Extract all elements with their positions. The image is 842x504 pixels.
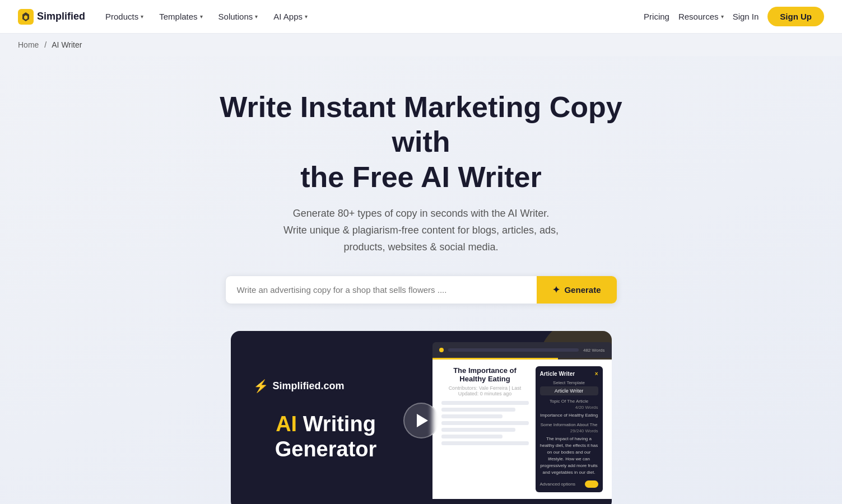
text-line-7 (441, 441, 529, 445)
video-left-panel: ⚡ Simplified.com AI WritingGenerator (231, 357, 421, 485)
products-chevron-icon: ▾ (141, 13, 143, 20)
video-section: ⚡ Simplified.com AI WritingGenerator (220, 331, 623, 504)
sidebar-topic-counter: 4/20 Words (540, 405, 598, 410)
nav-pricing[interactable]: Pricing (644, 12, 669, 21)
ui-mockup: 482 Words The Importance of Healthy Eati… (432, 342, 612, 504)
video-brand-text: Simplified.com (273, 380, 345, 392)
article-meta: Contributors: Vale Ferreira | Last Updat… (441, 385, 529, 396)
hero-section: Write Instant Marketing Copy with the Fr… (0, 56, 842, 504)
generate-button[interactable]: ✦ Generate (537, 276, 616, 304)
sidebar-info-text: The impact of having a healthy diet, the… (540, 436, 598, 476)
sidebar-info-label: Some Information About The (540, 422, 598, 427)
mockup-main-content: The Importance of Healthy Eating Contrib… (441, 366, 529, 492)
ai-apps-chevron-icon: ▾ (305, 13, 308, 20)
text-line-4 (441, 421, 529, 425)
breadcrumb-separator: / (44, 40, 46, 49)
video-headline: AI WritingGenerator (253, 412, 399, 463)
sidebar-close-icon: × (595, 371, 598, 377)
sidebar-topic-label: Topic Of The Article (540, 399, 598, 404)
nav-products[interactable]: Products ▾ (99, 7, 150, 26)
text-line-5 (441, 428, 516, 432)
simplified-logo-icon (18, 9, 34, 25)
sidebar-header: Article Writer × (540, 371, 598, 377)
video-ai-text: AI (276, 412, 297, 436)
sidebar-topic-text: Importance of Healthy Eating (540, 412, 598, 419)
magic-wand-icon: ✦ (552, 284, 560, 295)
mockup-toolbar: 482 Words (432, 342, 612, 358)
sidebar-info-section: Some Information About The 29/240 Words … (540, 422, 598, 476)
toolbar-url-bar (448, 348, 579, 352)
video-card: ⚡ Simplified.com AI WritingGenerator (231, 331, 612, 504)
mockup-sidebar: Article Writer × Select Template Article… (536, 366, 603, 492)
hero-subtitle: Generate 80+ types of copy in seconds wi… (253, 206, 589, 255)
video-logo-icon: ⚡ (253, 379, 268, 394)
text-line-6 (441, 435, 503, 438)
breadcrumb: Home / AI Writer (0, 34, 842, 56)
nav-resources[interactable]: Resources ▾ (678, 12, 724, 21)
nav-signin[interactable]: Sign In (733, 12, 759, 21)
play-triangle-icon (417, 414, 428, 427)
templates-chevron-icon: ▾ (200, 13, 203, 20)
nav-signup-button[interactable]: Sign Up (767, 7, 824, 26)
nav-solutions[interactable]: Solutions ▾ (212, 7, 265, 26)
resources-chevron-icon: ▾ (721, 13, 724, 20)
video-right-panel: 482 Words The Importance of Healthy Eati… (421, 337, 612, 504)
article-title: The Importance of Healthy Eating (441, 366, 529, 383)
solutions-chevron-icon: ▾ (255, 13, 258, 20)
navbar: Simplified Products ▾ Templates ▾ Soluti… (0, 0, 842, 34)
nav-templates[interactable]: Templates ▾ (152, 7, 209, 26)
advanced-options-toggle[interactable] (585, 480, 598, 488)
breadcrumb-home-link[interactable]: Home (18, 40, 39, 49)
sidebar-template-value: Article Writer (540, 386, 598, 395)
hero-title: Write Instant Marketing Copy with the Fr… (203, 90, 640, 194)
text-line-2 (441, 408, 516, 412)
logo-text: Simplified (37, 11, 85, 22)
sidebar-advanced-options: Advanced options (540, 480, 598, 488)
text-line-3 (441, 414, 503, 418)
toolbar-dot (439, 348, 444, 352)
word-count-display: 482 Words (583, 348, 605, 353)
sidebar-info-counter: 29/240 Words (540, 428, 598, 433)
text-line-1 (441, 401, 529, 405)
mockup-body: The Importance of Healthy Eating Contrib… (432, 360, 612, 499)
breadcrumb-current: AI Writer (52, 40, 82, 49)
nav-links: Products ▾ Templates ▾ Solutions ▾ AI Ap… (99, 7, 644, 26)
nav-right: Pricing Resources ▾ Sign In Sign Up (644, 7, 824, 26)
search-input[interactable] (226, 276, 537, 304)
advanced-options-label: Advanced options (540, 482, 576, 487)
nav-ai-apps[interactable]: AI Apps ▾ (267, 7, 314, 26)
video-brand: ⚡ Simplified.com (253, 379, 399, 394)
sidebar-template-label: Select Template (540, 380, 598, 385)
search-bar: ✦ Generate (225, 276, 617, 304)
logo-link[interactable]: Simplified (18, 9, 85, 25)
play-button[interactable] (403, 403, 439, 438)
